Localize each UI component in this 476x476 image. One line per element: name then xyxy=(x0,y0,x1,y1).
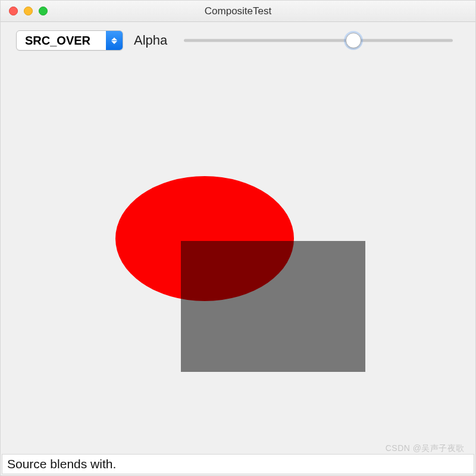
zoom-icon[interactable] xyxy=(39,7,48,15)
alpha-slider-wrap xyxy=(178,32,464,49)
status-bar: Source blends with. xyxy=(2,454,474,474)
gray-rectangle-shape xyxy=(181,241,365,372)
watermark-text: CSDN @吴声子夜歌 xyxy=(386,443,465,454)
composite-mode-select[interactable]: SRC_OVER xyxy=(16,30,123,51)
minimize-icon[interactable] xyxy=(24,7,33,15)
dropdown-button[interactable] xyxy=(106,31,123,50)
window-title: CompositeTest xyxy=(1,5,475,17)
slider-thumb[interactable] xyxy=(346,33,361,48)
status-text: Source blends with. xyxy=(7,457,116,471)
slider-track xyxy=(184,39,453,42)
alpha-slider[interactable] xyxy=(184,32,453,49)
chevron-up-icon xyxy=(111,37,117,40)
window-controls xyxy=(1,7,48,15)
app-window: CompositeTest SRC_OVER Alpha Source blen… xyxy=(0,0,476,476)
close-icon[interactable] xyxy=(9,7,18,15)
chevron-down-icon xyxy=(111,41,117,44)
drawing-canvas xyxy=(1,59,475,454)
alpha-label: Alpha xyxy=(134,33,167,48)
composite-mode-value: SRC_OVER xyxy=(17,31,106,50)
toolbar: SRC_OVER Alpha xyxy=(1,22,475,59)
titlebar: CompositeTest xyxy=(1,1,475,22)
